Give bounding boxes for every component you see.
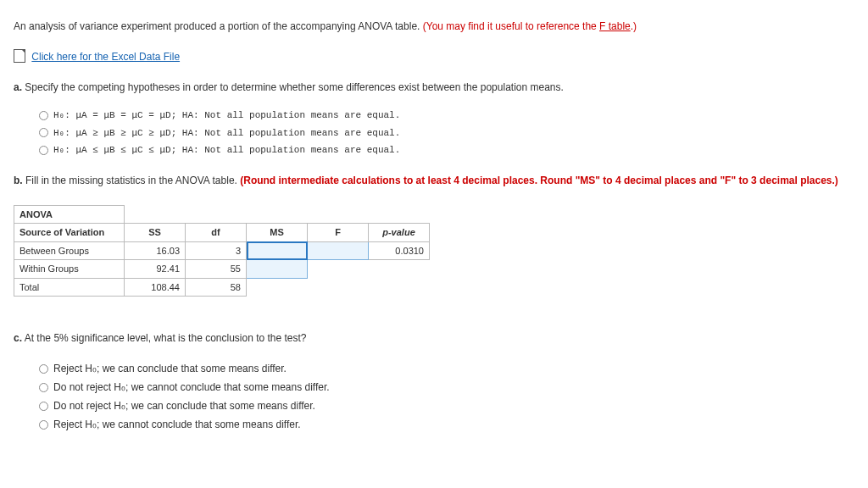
ss-value: 108.44 [125, 278, 186, 297]
col-df: df [186, 224, 247, 242]
conclusion-option-3[interactable]: Do not reject H₀; we can conclude that s… [39, 398, 854, 413]
part-b-label: b. [14, 175, 23, 186]
option-text: H₀: μA ≤ μB ≤ μC ≤ μD; HA: Not all popul… [53, 143, 400, 158]
hypothesis-option-1[interactable]: H₀: μA = μB = μC = μD; HA: Not all popul… [39, 108, 854, 123]
excel-file-icon [14, 49, 25, 63]
row-label: Within Groups [14, 260, 125, 279]
col-pvalue: p-value [369, 224, 430, 242]
option-text: Do not reject H₀; we cannot conclude tha… [53, 380, 330, 395]
ss-value: 92.41 [125, 260, 186, 279]
table-row: Total 108.44 58 [14, 278, 430, 297]
table-row: Within Groups 92.41 55 [14, 260, 430, 279]
radio-icon [39, 146, 48, 155]
hypothesis-option-3[interactable]: H₀: μA ≤ μB ≤ μC ≤ μD; HA: Not all popul… [39, 143, 854, 158]
radio-icon [39, 402, 48, 411]
option-text: Reject H₀; we can conclude that some mea… [53, 361, 287, 376]
f-input[interactable] [308, 241, 369, 260]
radio-icon [39, 111, 48, 120]
option-text: H₀: μA ≥ μB ≥ μC ≥ μD; HA: Not all popul… [53, 126, 400, 141]
intro-hint: (You may find it useful to reference the… [423, 20, 637, 32]
col-ms: MS [247, 224, 308, 242]
part-c-label: c. [14, 332, 22, 344]
conclusion-option-4[interactable]: Reject H₀; we cannot conclude that some … [39, 417, 854, 432]
col-f: F [308, 224, 369, 242]
df-value: 58 [186, 278, 247, 297]
anova-table: ANOVA Source of Variation SS df MS F p-v… [14, 205, 430, 297]
col-ss: SS [125, 224, 186, 242]
part-c: c. At the 5% significance level, what is… [14, 330, 854, 432]
p-value: 0.0310 [369, 241, 430, 260]
excel-data-link[interactable]: Click here for the Excel Data File [31, 51, 180, 63]
f-table-link[interactable]: F table [599, 20, 631, 32]
part-b-red: (Round intermediate calculations to at l… [240, 175, 838, 186]
col-source: Source of Variation [14, 224, 125, 242]
part-b-text: Fill in the missing statistics in the AN… [23, 175, 241, 186]
ms-input[interactable] [247, 260, 308, 279]
anova-title: ANOVA [14, 205, 125, 224]
part-c-text: At the 5% significance level, what is th… [22, 332, 307, 344]
anova-header-row: Source of Variation SS df MS F p-value [14, 224, 430, 242]
radio-icon [39, 383, 48, 392]
part-a-label: a. [14, 81, 22, 93]
part-c-options: Reject H₀; we can conclude that some mea… [39, 361, 854, 432]
conclusion-option-2[interactable]: Do not reject H₀; we cannot conclude tha… [39, 380, 854, 395]
df-value: 55 [186, 260, 247, 279]
excel-link-row: Click here for the Excel Data File [14, 49, 854, 64]
option-text: Reject H₀; we cannot conclude that some … [53, 417, 301, 432]
row-label: Total [14, 278, 125, 297]
row-label: Between Groups [14, 241, 125, 260]
radio-icon [39, 128, 48, 137]
intro-text: An analysis of variance experiment produ… [14, 19, 854, 34]
option-text: Do not reject H₀; we can conclude that s… [53, 398, 315, 413]
ss-value: 16.03 [125, 241, 186, 260]
option-text: H₀: μA = μB = μC = μD; HA: Not all popul… [53, 108, 400, 123]
part-b: b. Fill in the missing statistics in the… [14, 173, 854, 297]
radio-icon [39, 420, 48, 430]
ms-input[interactable] [247, 241, 308, 260]
part-a-text: Specify the competing hypotheses in orde… [22, 81, 564, 93]
hypothesis-option-2[interactable]: H₀: μA ≥ μB ≥ μC ≥ μD; HA: Not all popul… [39, 126, 854, 141]
intro-plain: An analysis of variance experiment produ… [14, 20, 423, 32]
part-a-options: H₀: μA = μB = μC = μD; HA: Not all popul… [39, 108, 854, 158]
radio-icon [39, 364, 48, 374]
df-value: 3 [186, 241, 247, 260]
part-a: a. Specify the competing hypotheses in o… [14, 80, 854, 158]
conclusion-option-1[interactable]: Reject H₀; we can conclude that some mea… [39, 361, 854, 376]
table-row: Between Groups 16.03 3 0.0310 [14, 241, 430, 260]
